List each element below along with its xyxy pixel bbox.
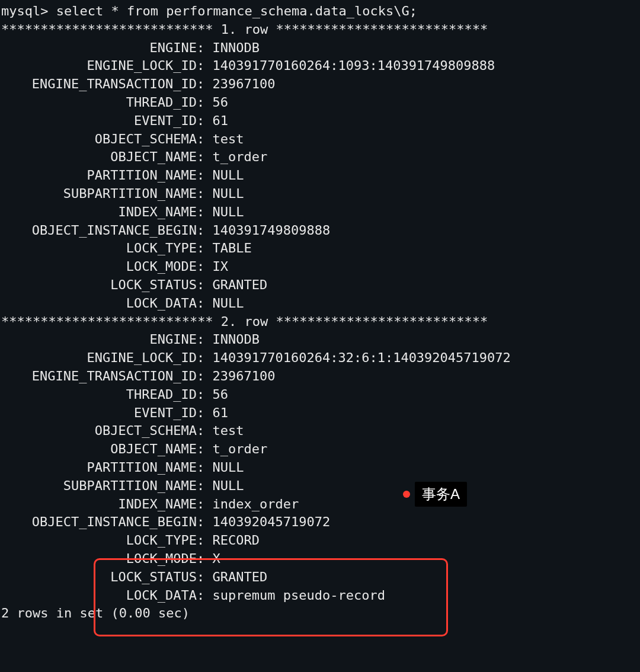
- table-row: EVENT_ID: 61: [1, 112, 639, 130]
- field-label: THREAD_ID: [1, 94, 197, 112]
- field-label: SUBPARTITION_NAME: [1, 477, 197, 495]
- field-label: OBJECT_NAME: [1, 148, 197, 167]
- field-value: 140391749809888: [213, 223, 331, 238]
- field-label: LOCK_TYPE: [1, 532, 197, 550]
- field-value: test: [213, 132, 244, 146]
- mysql-prompt: mysql> select * from performance_schema.…: [1, 2, 639, 21]
- field-value: 23967100: [213, 76, 276, 91]
- table-row: LOCK_STATUS: GRANTED: [1, 568, 639, 587]
- field-label: LOCK_MODE: [1, 258, 197, 276]
- table-row: LOCK_DATA: supremum pseudo-record: [1, 587, 639, 605]
- table-row: OBJECT_NAME: t_order: [1, 440, 639, 459]
- field-value: 140392045719072: [213, 514, 331, 529]
- table-row: ENGINE: INNODB: [1, 39, 639, 57]
- field-value: TABLE: [213, 241, 252, 255]
- field-value: index_order: [213, 497, 299, 511]
- field-label: SUBPARTITION_NAME: [1, 185, 197, 203]
- table-row: PARTITION_NAME: NULL: [1, 459, 639, 477]
- row-separator-2: *************************** 2. row *****…: [1, 313, 639, 331]
- table-row: ENGINE_LOCK_ID: 140391770160264:32:6:1:1…: [1, 349, 639, 367]
- field-value: GRANTED: [213, 277, 268, 292]
- field-label: OBJECT_SCHEMA: [1, 130, 197, 149]
- table-row: ENGINE_LOCK_ID: 140391770160264:1093:140…: [1, 57, 639, 75]
- table-row: ENGINE_TRANSACTION_ID: 23967100: [1, 367, 639, 386]
- field-value: supremum pseudo-record: [213, 588, 385, 603]
- field-value: 61: [213, 405, 229, 420]
- field-value: GRANTED: [213, 569, 268, 584]
- field-label: THREAD_ID: [1, 386, 197, 404]
- field-value: X: [213, 551, 220, 566]
- row-separator-1: *************************** 1. row *****…: [1, 21, 639, 39]
- field-value: test: [213, 423, 244, 438]
- field-label: LOCK_DATA: [1, 587, 197, 605]
- table-row: EVENT_ID: 61: [1, 404, 639, 423]
- table-row: THREAD_ID: 56: [1, 94, 639, 112]
- table-row: THREAD_ID: 56: [1, 386, 639, 404]
- field-label: INDEX_NAME: [1, 495, 197, 514]
- annotation: 事务A: [403, 482, 467, 507]
- field-value: NULL: [213, 186, 244, 201]
- field-label: ENGINE_TRANSACTION_ID: [1, 367, 197, 386]
- table-row: PARTITION_NAME: NULL: [1, 167, 639, 185]
- table-row: LOCK_MODE: X: [1, 550, 639, 568]
- field-label: INDEX_NAME: [1, 203, 197, 222]
- annotation-label: 事务A: [415, 482, 467, 507]
- field-label: LOCK_STATUS: [1, 568, 197, 587]
- field-label: EVENT_ID: [1, 404, 197, 423]
- result-summary: 2 rows in set (0.00 sec): [1, 604, 639, 623]
- field-value: NULL: [213, 478, 244, 493]
- field-label: LOCK_MODE: [1, 550, 197, 568]
- field-value: 140391770160264:1093:140391749809888: [213, 58, 495, 73]
- field-label: OBJECT_NAME: [1, 440, 197, 459]
- table-row: INDEX_NAME: index_order: [1, 495, 639, 514]
- field-label: OBJECT_SCHEMA: [1, 422, 197, 440]
- table-row: OBJECT_INSTANCE_BEGIN: 140391749809888: [1, 222, 639, 240]
- table-row: LOCK_DATA: NULL: [1, 295, 639, 313]
- table-row: INDEX_NAME: NULL: [1, 203, 639, 222]
- field-value: RECORD: [213, 533, 260, 548]
- table-row: OBJECT_SCHEMA: test: [1, 130, 639, 149]
- field-value: t_order: [213, 441, 268, 456]
- field-value: IX: [213, 259, 229, 274]
- field-value: 56: [213, 95, 229, 110]
- field-value: 140391770160264:32:6:1:140392045719072: [213, 350, 511, 365]
- annotation-dot-icon: [403, 491, 410, 498]
- field-label: PARTITION_NAME: [1, 167, 197, 185]
- field-value: 56: [213, 387, 229, 402]
- table-row: LOCK_TYPE: RECORD: [1, 532, 639, 550]
- table-row: SUBPARTITION_NAME: NULL: [1, 185, 639, 203]
- field-label: ENGINE_LOCK_ID: [1, 57, 197, 75]
- field-label: ENGINE: [1, 331, 197, 349]
- table-row: ENGINE: INNODB: [1, 331, 639, 349]
- field-value: NULL: [213, 460, 244, 475]
- field-value: INNODB: [213, 332, 260, 347]
- field-label: OBJECT_INSTANCE_BEGIN: [1, 222, 197, 240]
- table-row: OBJECT_NAME: t_order: [1, 148, 639, 167]
- field-value: 61: [213, 113, 229, 128]
- table-row: ENGINE_TRANSACTION_ID: 23967100: [1, 75, 639, 94]
- field-value: 23967100: [213, 369, 276, 383]
- table-row: LOCK_TYPE: TABLE: [1, 239, 639, 258]
- field-value: NULL: [213, 296, 244, 311]
- table-row: OBJECT_INSTANCE_BEGIN: 140392045719072: [1, 513, 639, 532]
- field-label: ENGINE: [1, 39, 197, 57]
- field-label: LOCK_STATUS: [1, 276, 197, 295]
- field-value: NULL: [213, 168, 244, 183]
- field-label: ENGINE_TRANSACTION_ID: [1, 75, 197, 94]
- field-label: ENGINE_LOCK_ID: [1, 349, 197, 367]
- field-label: PARTITION_NAME: [1, 459, 197, 477]
- table-row: SUBPARTITION_NAME: NULL: [1, 477, 639, 495]
- field-value: INNODB: [213, 40, 260, 55]
- table-row: LOCK_MODE: IX: [1, 258, 639, 276]
- table-row: OBJECT_SCHEMA: test: [1, 422, 639, 440]
- field-label: LOCK_DATA: [1, 295, 197, 313]
- field-value: NULL: [213, 204, 244, 219]
- field-label: OBJECT_INSTANCE_BEGIN: [1, 513, 197, 532]
- field-label: EVENT_ID: [1, 112, 197, 130]
- field-value: t_order: [213, 149, 268, 164]
- table-row: LOCK_STATUS: GRANTED: [1, 276, 639, 295]
- field-label: LOCK_TYPE: [1, 239, 197, 258]
